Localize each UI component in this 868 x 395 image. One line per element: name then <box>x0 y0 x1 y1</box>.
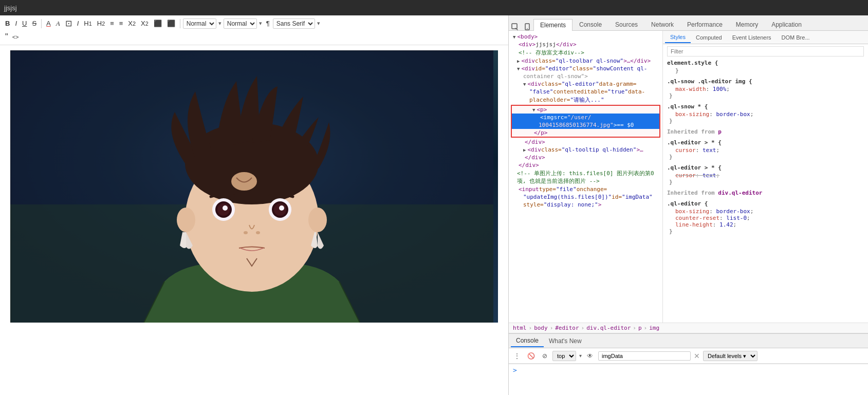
style-tab-dom-breakpoints[interactable]: DOM Bre... <box>777 32 815 43</box>
ul-button[interactable]: ≡ <box>108 18 116 28</box>
console-settings-icon[interactable]: ⋮ <box>512 351 522 361</box>
h1-button[interactable]: H1 <box>82 18 94 28</box>
dom-p-open[interactable]: <p> <box>512 106 659 114</box>
dom-p-close[interactable]: </p> <box>512 129 659 137</box>
size-select[interactable]: Normal <box>224 18 257 29</box>
triangle-qleditor[interactable] <box>523 82 526 87</box>
console-clear-filter-icon[interactable]: ✕ <box>694 352 700 360</box>
style-prop-counter-reset: counter-reset: list-0; <box>667 215 864 221</box>
console-eye-icon[interactable]: 👁 <box>585 351 595 361</box>
editor-image <box>10 50 498 323</box>
align-left-button[interactable]: ⬛ <box>152 18 164 28</box>
tab-application[interactable]: Application <box>765 18 808 30</box>
style-prop-cursor-strike: cursor: text; <box>667 172 864 179</box>
tab-console[interactable]: Console <box>572 18 608 30</box>
console-filter-icon[interactable]: ⊘ <box>540 351 549 361</box>
dom-div-editor-attr[interactable]: container ql-snow"> <box>509 72 662 80</box>
ql-editor-selector: .ql-editor { <box>667 200 864 207</box>
dom-div-qleditor-attr1[interactable]: "false" contenteditable="true" data- <box>509 88 662 96</box>
editor-toolbar: B I U S A A ⊡ I H1 H2 ≡ ≡ X2 X2 ⬛ ⬛ Norm… <box>0 15 508 45</box>
ol-button[interactable]: ≡ <box>117 18 125 28</box>
code-button[interactable]: <> <box>10 33 21 41</box>
svg-point-26 <box>527 28 528 29</box>
dom-body[interactable]: <body> <box>509 33 662 41</box>
devtools-inspect-icon[interactable] <box>509 23 521 30</box>
font-select[interactable]: Sans Serif <box>273 18 315 29</box>
tab-sources[interactable]: Sources <box>608 18 644 30</box>
elements-dom-panel: <body> <div>jjsjsj</div> <!-- 存放富文本div--… <box>509 31 663 323</box>
devtools-main-tabs: Elements Console Sources Network Perform… <box>509 15 868 31</box>
console-top-arrow: ▾ <box>579 353 582 359</box>
dom-input-line1[interactable]: <input type="file" onchange= <box>509 185 662 193</box>
breadcrumb-editor[interactable]: #editor <box>555 325 579 331</box>
para-button[interactable]: ¶ <box>264 18 272 28</box>
dom-comment-1[interactable]: <!-- 存放富文本div--> <box>509 48 662 57</box>
strikethrough-button[interactable]: S <box>30 18 39 28</box>
toolbar-divider-2 <box>180 19 180 28</box>
breadcrumb-p[interactable]: p <box>638 325 642 331</box>
dom-input-line2[interactable]: "updateImg(this.files[0])" id="imgData" <box>509 193 662 201</box>
dom-div-toolbar[interactable]: <div class="ql-toolbar ql-snow">…</div> <box>509 57 662 65</box>
dom-comment-img[interactable]: <!-- 单图片上传: this.files[0] 图片列表的第0项, 也就是当… <box>509 169 662 185</box>
dom-img-tag-line1[interactable]: <img src="/user/ <box>512 114 659 121</box>
bold-button[interactable]: B <box>3 18 12 28</box>
tab-performance[interactable]: Performance <box>680 18 729 30</box>
console-input[interactable] <box>519 367 864 374</box>
dom-input-line3[interactable]: style="display: none;"> <box>509 201 662 209</box>
italic2-button[interactable]: I <box>75 18 81 28</box>
style-tab-event-listeners[interactable]: Event Listeners <box>727 32 777 43</box>
tab-memory[interactable]: Memory <box>729 18 765 30</box>
style-prop-ql-box-sizing: box-sizing: border-box; <box>667 208 864 215</box>
console-clear-icon[interactable]: 🚫 <box>525 351 537 361</box>
style-tab-computed[interactable]: Computed <box>691 32 727 43</box>
h2-button[interactable]: H2 <box>95 18 107 28</box>
breadcrumb-img[interactable]: img <box>649 325 659 331</box>
triangle-editor[interactable] <box>517 66 520 71</box>
dom-tooltip[interactable]: <div class="ql-tooltip ql-hidden">… <box>509 146 662 154</box>
italic-button[interactable]: I <box>13 18 19 28</box>
editor-content[interactable] <box>0 45 508 395</box>
dom-div-close1[interactable]: </div> <box>509 138 662 146</box>
format-select[interactable]: Normal <box>183 18 216 29</box>
devtools-device-icon[interactable] <box>521 23 533 30</box>
console-tab-console[interactable]: Console <box>511 335 544 347</box>
underline-button[interactable]: U <box>20 18 29 28</box>
console-tab-whats-new[interactable]: What's New <box>544 335 587 347</box>
style-section-img: .ql-snow .ql-editor img { max-width: 100… <box>667 78 864 99</box>
align-right-button[interactable]: ⬛ <box>165 18 177 28</box>
style-section-inherited-p: Inherited from p <box>667 128 864 135</box>
dom-div-close3[interactable]: </div> <box>509 161 662 169</box>
dom-div-title[interactable]: <div>jjsjsj</div> <box>509 41 662 48</box>
highlighted-p-section: <p> <img src="/user/ 10041586850136774.j… <box>511 105 660 138</box>
highlight-button[interactable]: A <box>54 18 62 29</box>
triangle-p[interactable] <box>532 107 535 112</box>
console-top-select[interactable]: top <box>552 351 576 361</box>
style-prop-cursor: cursor: text; <box>667 147 864 154</box>
console-prompt-icon: > <box>513 366 517 374</box>
image-button[interactable]: ⊡ <box>63 17 74 29</box>
style-tab-styles[interactable]: Styles <box>665 32 691 43</box>
dom-div-editor-open[interactable]: <div id="editor" class="showContent ql- <box>509 65 662 72</box>
dom-div-close2[interactable]: </div> <box>509 154 662 161</box>
inherited-p-header: Inherited from p <box>667 128 864 135</box>
console-filter-input[interactable] <box>598 351 691 361</box>
style-filter-input[interactable] <box>667 46 864 57</box>
sup-button[interactable]: X2 <box>139 18 151 28</box>
breadcrumb-body[interactable]: body <box>534 325 548 331</box>
tab-network[interactable]: Network <box>644 18 680 30</box>
main-layout: B I U S A A ⊡ I H1 H2 ≡ ≡ X2 X2 ⬛ ⬛ Norm… <box>0 15 868 395</box>
dom-img-tag-line2[interactable]: 10041586850136774.jpg"> == $0 <box>512 121 659 129</box>
breadcrumb-div-editor[interactable]: div.ql-editor <box>586 325 631 331</box>
color-button[interactable]: A <box>44 18 53 28</box>
dom-div-qleditor-attr2[interactable]: placeholder="请输入..." <box>509 96 662 104</box>
toolbar-divider-1 <box>41 19 42 28</box>
quote-button[interactable]: " <box>3 31 10 43</box>
console-tabs: Console What's New <box>509 334 868 348</box>
breadcrumb-html[interactable]: html <box>513 325 527 331</box>
tab-elements[interactable]: Elements <box>533 19 572 31</box>
sub-button[interactable]: X2 <box>126 18 138 28</box>
triangle-body[interactable] <box>513 34 515 40</box>
triangle-toolbar[interactable] <box>517 59 520 64</box>
console-level-select[interactable]: Default levels ▾ <box>703 351 758 361</box>
dom-div-qleditor-open[interactable]: <div class="ql-editor" data-gramm= <box>509 80 662 88</box>
